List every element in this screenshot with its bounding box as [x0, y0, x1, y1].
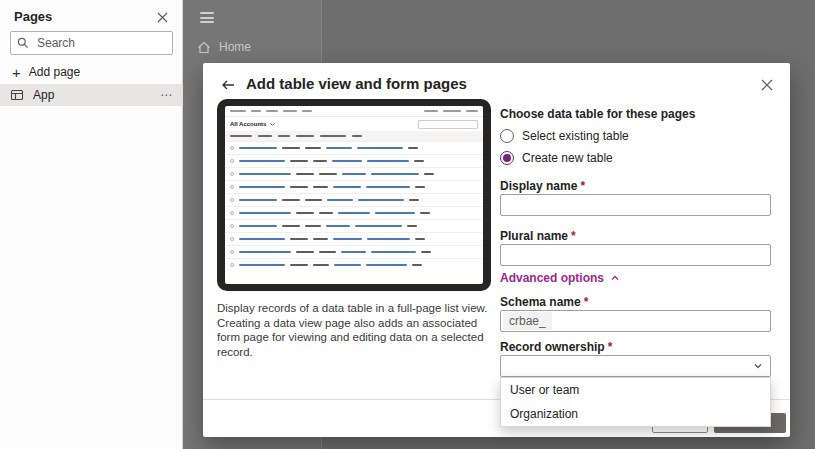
radio-new-label: Create new table	[522, 151, 613, 165]
dropdown-option-user-or-team[interactable]: User or team	[501, 378, 770, 402]
app-root: Home Pages + Add page App ⋯	[0, 0, 815, 449]
add-page-label: Add page	[29, 65, 80, 79]
dialog-close-button[interactable]	[758, 76, 776, 94]
radio-create-new-table[interactable]: Create new table	[500, 151, 613, 165]
schema-prefix: crbae_	[503, 312, 552, 330]
preview-screen: All Accounts	[225, 106, 483, 284]
required-asterisk: *	[584, 295, 589, 309]
schema-name-input[interactable]: crbae_	[500, 310, 771, 332]
hamburger-icon	[200, 12, 214, 26]
add-page-button[interactable]: + Add page	[12, 61, 80, 83]
search-icon	[17, 37, 29, 49]
nav-item-home: Home	[197, 40, 251, 54]
pages-panel-title: Pages	[14, 9, 52, 24]
dialog-title: Add table view and form pages	[246, 75, 467, 92]
radio-circle-selected	[500, 151, 514, 165]
preview-search-box	[418, 120, 478, 129]
sidebar-item-app-label: App	[33, 88, 151, 102]
back-button[interactable]	[219, 76, 237, 94]
advanced-options-toggle[interactable]: Advanced options	[500, 271, 620, 285]
preview-row	[225, 232, 483, 245]
preview-grid-header	[225, 131, 483, 141]
preview-toolbar	[225, 106, 483, 117]
preview-view-title: All Accounts	[230, 121, 266, 127]
chevron-down-icon	[753, 361, 763, 371]
preview-view-title-row: All Accounts	[225, 117, 483, 131]
nav-item-home-label: Home	[219, 40, 251, 54]
required-asterisk: *	[580, 179, 585, 193]
display-name-label: Display name*	[500, 179, 585, 193]
record-ownership-dropdown[interactable]	[500, 355, 771, 377]
preview-row	[225, 141, 483, 154]
display-name-input[interactable]	[500, 194, 771, 216]
more-options-icon[interactable]: ⋯	[160, 88, 173, 102]
required-asterisk: *	[571, 229, 576, 243]
add-table-view-form-pages-dialog: Add table view and form pages All Accoun…	[203, 63, 790, 437]
radio-existing-label: Select existing table	[522, 129, 629, 143]
radio-select-existing-table[interactable]: Select existing table	[500, 129, 629, 143]
plural-name-label: Plural name*	[500, 229, 576, 243]
plus-icon: +	[12, 65, 21, 80]
schema-name-label: Schema name*	[500, 295, 588, 309]
choose-data-table-label: Choose data table for these pages	[500, 107, 695, 121]
preview-row	[225, 206, 483, 219]
pages-search-box[interactable]	[10, 31, 173, 55]
pages-sidebar: Pages + Add page App ⋯	[0, 0, 183, 449]
tablet-preview: All Accounts	[217, 99, 491, 291]
pages-panel-close-button[interactable]	[154, 9, 170, 25]
sidebar-item-app[interactable]: App ⋯	[0, 84, 183, 106]
table-icon	[10, 88, 24, 102]
preview-row	[225, 258, 483, 271]
search-input[interactable]	[35, 35, 166, 51]
preview-row	[225, 167, 483, 180]
dropdown-option-organization[interactable]: Organization	[501, 402, 770, 426]
preview-row	[225, 245, 483, 258]
record-ownership-label: Record ownership*	[500, 340, 612, 354]
advanced-options-label: Advanced options	[500, 271, 604, 285]
radio-circle-unselected	[500, 129, 514, 143]
preview-row	[225, 219, 483, 232]
plural-name-input[interactable]	[500, 244, 771, 266]
record-ownership-listbox: User or team Organization	[500, 377, 771, 427]
dialog-description: Display records of a data table in a ful…	[217, 301, 497, 359]
home-icon	[197, 41, 211, 54]
chevron-up-icon	[610, 273, 620, 283]
preview-row	[225, 193, 483, 206]
preview-row	[225, 180, 483, 193]
preview-row	[225, 154, 483, 167]
required-asterisk: *	[608, 340, 613, 354]
